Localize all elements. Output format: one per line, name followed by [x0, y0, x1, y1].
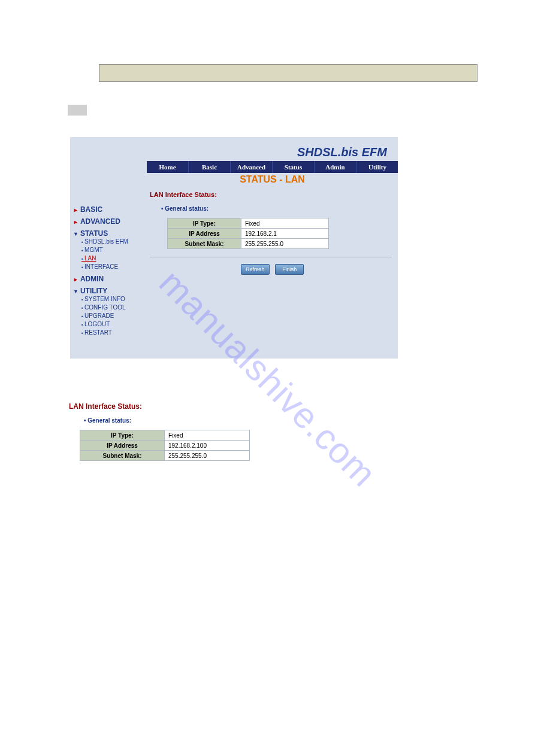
page-title: STATUS - LAN: [147, 174, 398, 185]
refresh-button[interactable]: Refresh: [241, 264, 270, 275]
nav-advanced[interactable]: Advanced: [231, 161, 273, 173]
sidebar-item-shdsl[interactable]: SHDSL.bis EFM: [81, 238, 145, 246]
arrow-right-icon: ►: [73, 207, 78, 213]
top-beige-bar: [99, 64, 477, 82]
lower-subnet-mask-label: Subnet Mask:: [80, 451, 165, 461]
sidebar-admin[interactable]: ►ADMIN: [73, 275, 145, 283]
table-row: IP Address 192.168.2.1: [168, 229, 329, 239]
table-row: Subnet Mask: 255.255.255.0: [80, 451, 250, 461]
sidebar-utility-label: UTILITY: [80, 287, 107, 295]
ip-type-value: Fixed: [241, 218, 329, 229]
section-title: LAN Interface Status:: [150, 191, 217, 198]
sidebar-utility-list: SYSTEM INFO CONFIG TOOL UPGRADE LOGOUT R…: [81, 295, 145, 337]
arrow-right-icon: ►: [73, 277, 78, 283]
sidebar-admin-label: ADMIN: [80, 275, 104, 283]
divider: [150, 257, 392, 257]
table-row: IP Type: Fixed: [168, 218, 329, 229]
sidebar-item-restart[interactable]: RESTART: [81, 329, 145, 337]
brand-title: SHDSL.bis EFM: [297, 145, 387, 159]
sidebar-item-systeminfo[interactable]: SYSTEM INFO: [81, 295, 145, 303]
ip-type-label: IP Type:: [168, 218, 241, 229]
sidebar-item-logout[interactable]: LOGOUT: [81, 320, 145, 329]
app-frame: SHDSL.bis EFM Home Basic Advanced Status…: [70, 137, 398, 359]
lower-general-label: General status:: [84, 417, 131, 424]
finish-button[interactable]: Finish: [275, 264, 304, 275]
sidebar-basic[interactable]: ►BASIC: [73, 205, 145, 214]
lower-ip-address-label: IP Address: [80, 441, 165, 451]
arrow-right-icon: ►: [73, 219, 78, 225]
nav-status[interactable]: Status: [273, 161, 315, 173]
sidebar-basic-label: BASIC: [80, 205, 102, 214]
arrow-down-icon: ▼: [73, 289, 78, 294]
arrow-down-icon: ▼: [73, 231, 78, 237]
nav-home[interactable]: Home: [147, 161, 189, 173]
subnet-mask-value: 255.255.255.0: [241, 239, 329, 249]
sidebar-status-list: SHDSL.bis EFM MGMT LAN INTERFACE: [81, 238, 145, 271]
lower-ip-address-value: 192.168.2.100: [165, 441, 250, 451]
sidebar-item-lan[interactable]: LAN: [81, 254, 145, 263]
lower-section-title: LAN Interface Status:: [69, 402, 142, 411]
sidebar-item-configtool[interactable]: CONFIG TOOL: [81, 303, 145, 312]
lan-status-table: IP Type: Fixed IP Address 192.168.2.1 Su…: [167, 218, 329, 249]
table-row: Subnet Mask: 255.255.255.0: [168, 239, 329, 249]
button-row: Refresh Finish: [147, 264, 398, 275]
sidebar-item-upgrade[interactable]: UPGRADE: [81, 312, 145, 320]
sidebar-utility[interactable]: ▼UTILITY: [73, 287, 145, 295]
subnet-mask-label: Subnet Mask:: [168, 239, 241, 249]
nav-utility[interactable]: Utility: [356, 161, 398, 173]
nav-basic[interactable]: Basic: [189, 161, 231, 173]
sidebar-status-label: STATUS: [80, 229, 108, 238]
sidebar-item-mgmt[interactable]: MGMT: [81, 246, 145, 254]
ip-address-value: 192.168.2.1: [241, 229, 329, 239]
sidebar-advanced-label: ADVANCED: [80, 217, 120, 226]
sidebar-status[interactable]: ▼STATUS: [73, 229, 145, 238]
table-row: IP Address 192.168.2.100: [80, 441, 250, 451]
lower-ip-type-label: IP Type:: [80, 430, 165, 441]
general-status-label: General status:: [161, 205, 208, 212]
lower-lan-table: IP Type: Fixed IP Address 192.168.2.100 …: [80, 430, 250, 461]
nav-admin[interactable]: Admin: [315, 161, 356, 173]
sidebar-item-interface[interactable]: INTERFACE: [81, 263, 145, 271]
ip-address-label: IP Address: [168, 229, 241, 239]
table-row: IP Type: Fixed: [80, 430, 250, 441]
sidebar: ►BASIC ►ADVANCED ▼STATUS SHDSL.bis EFM M…: [73, 202, 145, 337]
sidebar-advanced[interactable]: ►ADVANCED: [73, 217, 145, 226]
lower-ip-type-value: Fixed: [165, 430, 250, 441]
small-grey-box: [68, 105, 87, 116]
lower-subnet-mask-value: 255.255.255.0: [165, 451, 250, 461]
top-nav: Home Basic Advanced Status Admin Utility: [147, 161, 398, 173]
